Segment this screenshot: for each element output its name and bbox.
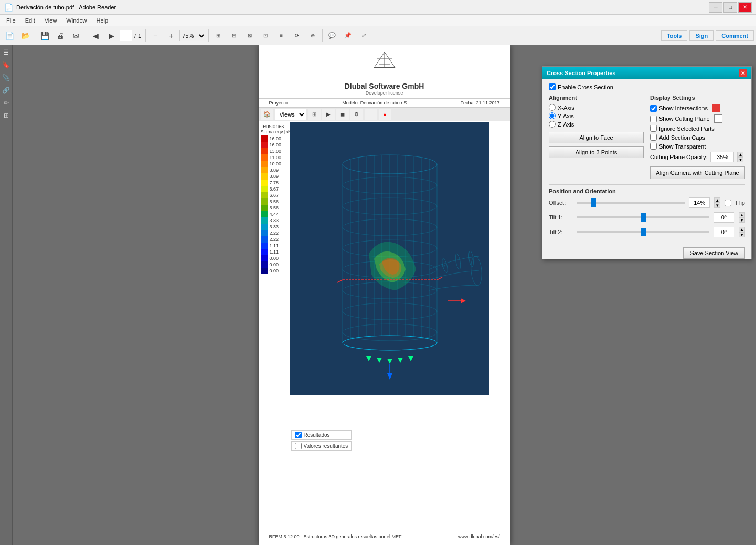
align-to-face-button[interactable]: Align to Face bbox=[549, 132, 644, 143]
tilt2-up[interactable]: ▲ bbox=[739, 227, 745, 232]
zoom-in[interactable]: + bbox=[164, 28, 178, 43]
show-cutting-plane-checkbox[interactable] bbox=[650, 116, 657, 122]
model-play[interactable]: ▶ bbox=[322, 109, 335, 120]
enable-checkbox[interactable] bbox=[549, 83, 556, 90]
tools-button[interactable]: Tools bbox=[661, 30, 688, 41]
developer-license: Developer license bbox=[269, 90, 500, 96]
scroll[interactable]: ≡ bbox=[274, 28, 289, 43]
spread[interactable]: ⊡ bbox=[258, 28, 273, 43]
fit-page[interactable]: ⊞ bbox=[211, 28, 226, 43]
zoom-out[interactable]: − bbox=[148, 28, 163, 43]
minimize-button[interactable]: ─ bbox=[709, 2, 722, 13]
show-intersections-checkbox[interactable] bbox=[650, 105, 657, 112]
sidebar-icon-2[interactable]: 🔖 bbox=[1, 60, 12, 70]
toolbar-print[interactable]: 🖨 bbox=[53, 28, 68, 43]
menu-file[interactable]: File bbox=[2, 16, 20, 25]
comment-button[interactable]: Comment bbox=[716, 30, 754, 41]
model-square[interactable]: □ bbox=[365, 109, 377, 120]
menu-help[interactable]: Help bbox=[92, 16, 112, 25]
snap[interactable]: ⊕ bbox=[305, 28, 320, 43]
offset-label: Offset: bbox=[549, 200, 572, 206]
svg-marker-40 bbox=[398, 358, 403, 363]
flip-checkbox[interactable] bbox=[725, 200, 731, 206]
toolbar-save[interactable]: 💾 bbox=[37, 28, 52, 43]
ignore-selected-parts-checkbox[interactable] bbox=[650, 125, 657, 132]
offset-up[interactable]: ▲ bbox=[714, 197, 720, 203]
z-axis-label: Z-Axis bbox=[558, 121, 574, 128]
offset-slider[interactable] bbox=[577, 202, 685, 204]
pdf-info-row: Proyecto: Modelo: Derivación de tubo.rfS… bbox=[259, 98, 510, 108]
zoom-select[interactable]: 75% 50% 100% 125% 150% bbox=[179, 30, 206, 41]
dialog-close-button[interactable]: ✕ bbox=[739, 69, 747, 77]
model-home[interactable]: 🏠 bbox=[261, 109, 273, 120]
page-number-input[interactable]: 1 bbox=[120, 30, 132, 41]
titlebar: 📄 Derivación de tubo.pdf - Adobe Reader … bbox=[0, 0, 756, 15]
show-transparent-checkbox[interactable] bbox=[650, 143, 657, 150]
tilt2-spinner: ▲ ▼ bbox=[739, 227, 745, 237]
tilt1-up[interactable]: ▲ bbox=[739, 212, 745, 217]
add-section-caps-checkbox[interactable] bbox=[650, 134, 657, 141]
fit-width[interactable]: ⊟ bbox=[227, 28, 241, 43]
toolbar-forward[interactable]: ▶ bbox=[104, 28, 119, 43]
opacity-down[interactable]: ▼ bbox=[737, 157, 743, 162]
pdf-area: Dlubal Software GmbH Developer license P… bbox=[13, 45, 756, 545]
toolbar-back[interactable]: ◀ bbox=[88, 28, 103, 43]
sidebar-icon-3[interactable]: 📎 bbox=[1, 72, 12, 83]
svg-marker-37 bbox=[366, 356, 371, 361]
model-red[interactable]: ▲ bbox=[379, 109, 391, 120]
tilt1-value-input[interactable] bbox=[714, 212, 734, 223]
opacity-row: Cutting Plane Opacity: ▲ ▼ bbox=[650, 152, 745, 162]
views-dropdown[interactable]: Views bbox=[275, 109, 306, 120]
cross-section-dialog: Cross Section Properties ✕ Enable Cross … bbox=[542, 66, 752, 259]
menu-view[interactable]: View bbox=[40, 16, 61, 25]
left-sidebar: ☰ 🔖 📎 🔗 ✏ ⊞ bbox=[0, 45, 13, 545]
tilt2-down[interactable]: ▼ bbox=[739, 232, 745, 237]
y-axis-row: Y-Axis bbox=[549, 112, 644, 119]
toolbar-open[interactable]: 📂 bbox=[18, 28, 33, 43]
sticky-note[interactable]: 📌 bbox=[340, 28, 355, 43]
valores-resultantes-checkbox[interactable] bbox=[295, 443, 302, 449]
sidebar-icon-1[interactable]: ☰ bbox=[1, 47, 12, 58]
sidebar-icon-5[interactable]: ✏ bbox=[1, 98, 12, 108]
opacity-up[interactable]: ▲ bbox=[737, 152, 743, 157]
z-axis-radio[interactable] bbox=[549, 121, 556, 128]
model-settings[interactable]: ⚙ bbox=[350, 109, 363, 120]
tilt2-slider[interactable] bbox=[577, 231, 709, 233]
sign-button[interactable]: Sign bbox=[689, 30, 714, 41]
toolbar-right: Tools Sign Comment bbox=[661, 30, 754, 41]
menu-edit[interactable]: Edit bbox=[21, 16, 39, 25]
toolbar-email[interactable]: ✉ bbox=[69, 28, 83, 43]
toolbar-new[interactable]: 📄 bbox=[2, 28, 17, 43]
rotate[interactable]: ⟳ bbox=[290, 28, 304, 43]
align-to-points-button[interactable]: Align to 3 Points bbox=[549, 146, 644, 158]
sidebar-icon-6[interactable]: ⊞ bbox=[1, 110, 12, 121]
expand-view[interactable]: ⤢ bbox=[356, 28, 371, 43]
close-button[interactable]: ✕ bbox=[738, 2, 752, 13]
align-camera-button[interactable]: Align Camera with Cutting Plane bbox=[650, 166, 745, 179]
opacity-input[interactable] bbox=[710, 152, 734, 162]
offset-value-input[interactable] bbox=[689, 197, 710, 208]
resultados-checkbox[interactable] bbox=[295, 432, 302, 438]
maximize-button[interactable]: □ bbox=[723, 2, 737, 13]
model-cube[interactable]: ◼ bbox=[336, 109, 349, 120]
model-select[interactable]: ⊞ bbox=[308, 109, 321, 120]
tilt1-down[interactable]: ▼ bbox=[739, 217, 745, 223]
dialog-body: Enable Cross Section Alignment X-Axis bbox=[542, 79, 751, 249]
intersection-color-swatch[interactable] bbox=[712, 104, 720, 112]
app-icon: 📄 bbox=[4, 3, 13, 12]
two-page[interactable]: ⊠ bbox=[242, 28, 257, 43]
save-section-view-button[interactable]: Save Section View bbox=[683, 247, 745, 259]
ignore-selected-parts-label: Ignore Selected Parts bbox=[659, 125, 715, 132]
sidebar-icon-4[interactable]: 🔗 bbox=[1, 85, 12, 96]
x-axis-radio[interactable] bbox=[549, 104, 556, 111]
company-name: Dlubal Software GmbH bbox=[269, 82, 500, 90]
offset-down[interactable]: ▼ bbox=[714, 203, 720, 208]
footer-left: RFEM 5.12.00 - Estructuras 3D generales … bbox=[269, 534, 402, 539]
cutting-plane-color-swatch[interactable] bbox=[714, 114, 722, 123]
tilt2-value-input[interactable] bbox=[714, 227, 734, 237]
tilt1-slider[interactable] bbox=[577, 216, 709, 218]
comment-tool[interactable]: 💬 bbox=[325, 28, 339, 43]
y-axis-radio[interactable] bbox=[549, 112, 556, 119]
tilt1-label: Tilt 1: bbox=[549, 214, 572, 221]
menu-window[interactable]: Window bbox=[62, 16, 91, 25]
